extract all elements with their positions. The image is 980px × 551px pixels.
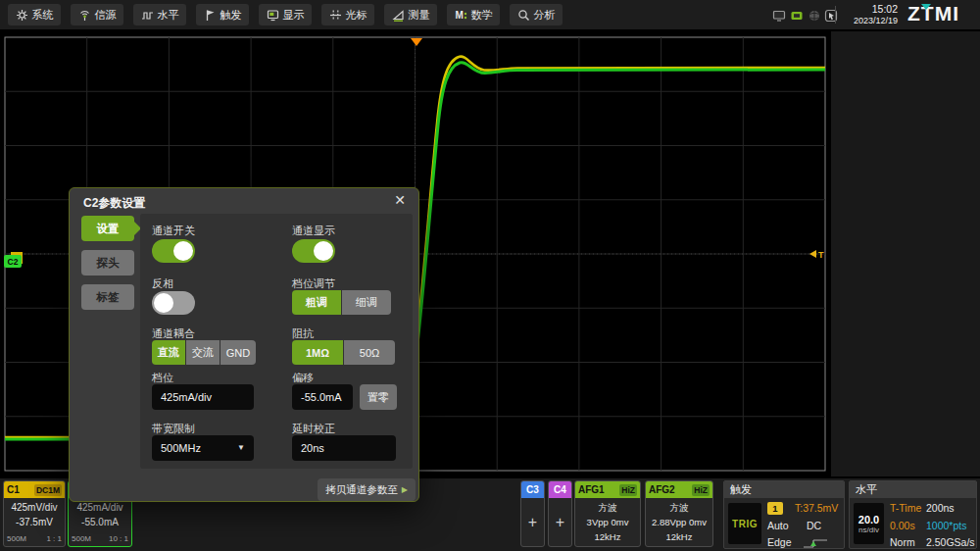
coupling-label: 通道耦合 [152, 326, 195, 341]
c2-offset: -55.0mA [69, 517, 131, 527]
gear-adjust-label: 档位调节 [292, 276, 335, 291]
channel-display-toggle[interactable] [292, 239, 335, 263]
sample-rate: 2.50GSa/s [926, 536, 975, 548]
menu-label: 系统 [32, 8, 54, 23]
menu-button-display[interactable]: 显示 [259, 4, 312, 25]
afg2-box[interactable]: AFG2 HiZ 方波 2.88Vpp 0mv 12kHz [645, 480, 713, 547]
tray-usb-storage-icon[interactable] [790, 9, 804, 23]
afg2-frequency: 12kHz [646, 529, 712, 544]
svg-text:M: M [455, 10, 463, 21]
menu-button-measure[interactable]: 测量 [384, 4, 437, 25]
channel-switch-toggle[interactable] [152, 239, 195, 263]
afg1-wave-type: 方波 [575, 500, 640, 515]
menu-label: 数学 [471, 8, 493, 23]
timebase-unit: ns/div [858, 526, 879, 534]
dc-option[interactable]: 直流 [152, 340, 185, 365]
gear-adjust-segment: 粗调 细调 [292, 290, 391, 315]
oscilloscope-screen: 系统 信源 水平 触发 显示 光标 测量 M 数学 [0, 0, 980, 551]
gear-icon [16, 9, 28, 22]
invert-label: 反相 [152, 276, 173, 291]
afg1-mode-badge: HiZ [619, 484, 637, 496]
offset-label: 偏移 [292, 371, 314, 385]
offset-input[interactable]: -55.0mA [292, 384, 353, 410]
c2-probe-ratio: 10 : 1 [109, 534, 128, 543]
menu-button-math[interactable]: M 数学 [447, 4, 500, 25]
svg-text:T: T [818, 250, 824, 260]
invert-toggle[interactable] [152, 291, 195, 315]
menu-label: 光标 [346, 8, 368, 23]
menu-button-horizontal[interactable]: 水平 [133, 4, 186, 25]
trigger-level: T:37.5mV [795, 502, 838, 514]
copy-arrow-icon: ▶ [402, 485, 408, 494]
trig-status: TRIG [732, 519, 758, 529]
tray-display-icon[interactable] [772, 9, 786, 23]
clock-time: 15:02 [841, 3, 898, 15]
menu-button-system[interactable]: 系统 [8, 4, 61, 25]
deskew-input[interactable]: 20ns [292, 435, 396, 461]
tab-label[interactable]: 标签 [81, 284, 134, 310]
impedance-segment: 1MΩ 50Ω [292, 340, 395, 365]
afg2-wave-type: 方波 [646, 500, 712, 515]
tray-network-icon[interactable] [808, 9, 821, 23]
trigger-source-badge: 1 [767, 502, 783, 515]
trigger-mode: Auto [767, 520, 789, 531]
trig-status-box: TRIG [728, 503, 761, 544]
waveform-display-area: C2 T C2参数设置 ✕ 设置 探头 标签 通道开关 通道显示 反相 档位调节… [0, 29, 980, 478]
channel-box-c3[interactable]: C3 + [520, 480, 545, 547]
measure-triangle-icon [392, 9, 405, 22]
trigger-panel-title: 触发 [724, 481, 844, 498]
impedance-label: 阻抗 [292, 326, 314, 341]
fine-option[interactable]: 细调 [342, 290, 391, 315]
bandwidth-dropdown[interactable]: 500MHz▼ [152, 435, 254, 461]
zero-offset-button[interactable]: 置零 [360, 384, 397, 410]
coarse-option[interactable]: 粗调 [292, 290, 341, 315]
c1-scale: 425mV/div [4, 502, 65, 513]
menu-label: 水平 [158, 8, 179, 23]
channel-display-label: 通道显示 [292, 224, 335, 238]
scale-label: 档位 [152, 371, 173, 385]
c2-bandwidth: 500M [72, 534, 91, 543]
analyze-magnifier-icon [517, 9, 530, 22]
afg1-box[interactable]: AFG1 HiZ 方波 3Vpp 0mv 12kHz [574, 480, 641, 547]
dropdown-caret-icon: ▼ [237, 435, 245, 461]
horizontal-panel-title: 水平 [850, 481, 976, 498]
afg1-amplitude: 3Vpp 0mv [575, 515, 640, 529]
c3-name: C3 [521, 481, 544, 498]
bandwidth-label: 带宽限制 [152, 422, 195, 436]
menu-button-analyze[interactable]: 分析 [510, 4, 563, 25]
c3-add-button[interactable]: + [521, 498, 544, 546]
dialog-close-icon[interactable]: ✕ [391, 192, 409, 208]
trigger-coupling: DC [807, 520, 821, 531]
menu-button-source[interactable]: 信源 [71, 4, 123, 25]
menu-label: 分析 [534, 8, 556, 23]
tab-probe[interactable]: 探头 [81, 250, 134, 276]
menu-button-trigger[interactable]: 触发 [196, 4, 249, 25]
horizontal-delay: 0.00s [890, 520, 915, 531]
c1-name: C1 [7, 484, 20, 495]
top-menu-bar: 系统 信源 水平 触发 显示 光标 测量 M 数学 [0, 0, 980, 29]
timebase-box: 20.0 ns/div [854, 503, 884, 544]
afg2-name: AFG2 [649, 484, 675, 495]
copy-channel-params-button[interactable]: 拷贝通道参数至▶ [318, 478, 416, 501]
channel-box-c4[interactable]: C4 + [548, 480, 572, 547]
horizontal-panel[interactable]: 水平 20.0 ns/div T-Time 200ns 0.00s 1000*p… [849, 480, 977, 549]
c4-name: C4 [549, 481, 571, 498]
ac-option[interactable]: 交流 [186, 340, 220, 365]
c1-coupling-badge: DC1M [34, 484, 62, 496]
impedance-50-option[interactable]: 50Ω [344, 340, 395, 365]
channel-box-c1[interactable]: C1 DC1M 425mV/div -37.5mV 500M1 : 1 [3, 480, 66, 547]
trigger-panel[interactable]: 触发 TRIG 1 Auto Edge T:37.5mV DC [723, 480, 845, 549]
c4-add-button[interactable]: + [549, 498, 571, 546]
cursor-crosshair-icon [329, 9, 342, 22]
rising-edge-icon [803, 537, 828, 549]
menu-label: 触发 [220, 8, 242, 23]
menu-button-cursor[interactable]: 光标 [321, 4, 374, 25]
deskew-label: 延时校正 [292, 422, 335, 436]
tab-settings[interactable]: 设置 [81, 216, 134, 241]
dialog-title: C2参数设置 [83, 195, 145, 212]
impedance-1m-option[interactable]: 1MΩ [292, 340, 343, 365]
svg-text:C2: C2 [8, 257, 19, 267]
scale-input[interactable]: 425mA/div [152, 384, 254, 410]
gnd-option[interactable]: GND [220, 340, 256, 365]
afg2-mode-badge: HiZ [692, 484, 710, 496]
